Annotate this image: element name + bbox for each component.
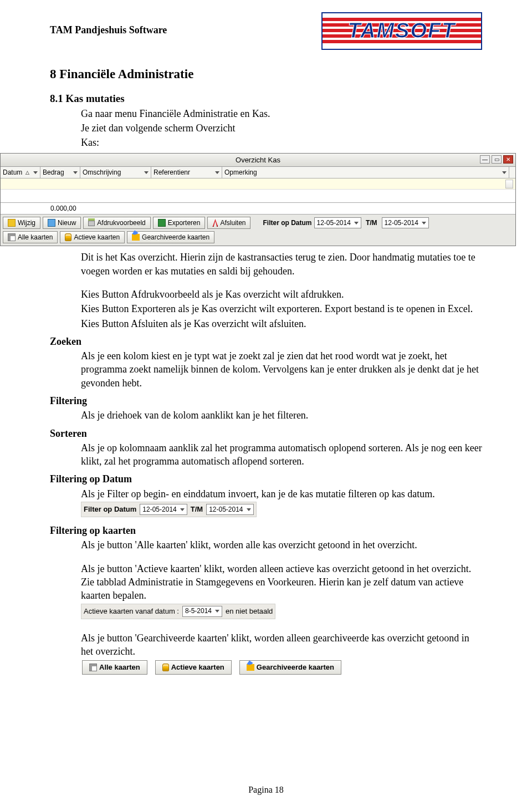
column-label: Opmerking <box>224 168 257 177</box>
chevron-down-icon <box>180 508 185 511</box>
new-icon <box>48 219 55 227</box>
nieuw-label: Nieuw <box>58 218 76 227</box>
after-window-paragraph: Dit is het Kas overzicht. Hierin zijn de… <box>81 251 482 278</box>
filtering-op-kaarten-heading: Filtering op kaarten <box>50 524 482 537</box>
wijzig-label: Wijzig <box>18 218 35 227</box>
column-label: Bedrag <box>43 168 64 177</box>
actieve-kaarten-label: Actieve kaarten <box>74 233 120 242</box>
toolbar-row-2: Alle kaarten Actieve kaarten Gearchiveer… <box>1 231 515 246</box>
filtering-heading: Filtering <box>50 394 482 407</box>
alle-kaarten-label: Alle kaarten <box>99 662 140 672</box>
afdruk-label: Afdrukvoorbeeld <box>97 218 145 227</box>
archive-icon <box>132 234 140 241</box>
print-icon <box>88 221 95 226</box>
minimize-button[interactable]: — <box>480 155 490 164</box>
chevron-down-icon <box>354 222 359 225</box>
chevron-down-icon <box>215 610 219 613</box>
focused-row[interactable] <box>1 178 515 190</box>
actieve-date-field[interactable]: 8-5-2014 <box>182 606 222 617</box>
column-header-bedrag[interactable]: Bedrag <box>40 167 80 178</box>
window-titlebar: Overzicht Kas — ▭ ✕ <box>1 154 515 167</box>
doc-header-title: TAM Pandjeshuis Software <box>50 12 167 37</box>
column-header-opmerking[interactable]: Opmerking <box>222 167 509 178</box>
gearchiveerde-kaarten-button[interactable]: Gearchiveerde kaarten <box>127 231 214 243</box>
sorteren-paragraph: Als je op kolomnaam aanklik zal het prog… <box>81 441 482 468</box>
overzicht-kas-window: Overzicht Kas — ▭ ✕ Datum△BedragOmschrij… <box>0 153 516 247</box>
sum-row: 0.000,00 <box>1 203 515 215</box>
fk-paragraph-1: Als je button 'Alle kaarten' klikt, word… <box>81 538 482 552</box>
filter-date-snippet: Filter op Datum 12-05-2014 T/M 12-05-201… <box>81 502 482 517</box>
zoeken-heading: Zoeken <box>50 335 482 348</box>
afdruk-paragraph: Kies Button Afdrukvoorbeeld als je Kas o… <box>81 288 482 301</box>
filter-op-datum-label: Filter op Datum <box>263 218 311 227</box>
column-headers: Datum△BedragOmschrijvingReferentienrOpme… <box>1 167 515 178</box>
alle-kaarten-button[interactable]: Alle kaarten <box>82 660 147 675</box>
filter-to-date[interactable]: 12-05-2014 <box>206 504 253 515</box>
section-heading: 8 Financiële Administratie <box>50 65 482 83</box>
column-label: Referentienr <box>154 168 190 177</box>
gearchiveerde-kaarten-button[interactable]: Gearchiveerde kaarten <box>239 660 341 675</box>
grid-icon <box>8 233 16 241</box>
column-label: Datum <box>3 168 22 177</box>
actieve-kaarten-button[interactable]: Actieve kaarten <box>155 660 232 675</box>
column-header-omschrijving[interactable]: Omschrijving <box>80 167 151 178</box>
actieve-date-value: 8-5-2014 <box>185 606 212 615</box>
close-icon <box>212 219 218 227</box>
filtering-paragraph: Als je driehoek van de kolom aanklikt ka… <box>81 409 482 422</box>
fk-paragraph-3: Als je button 'Gearchiveerde kaarten' kl… <box>81 631 482 659</box>
nieuw-button[interactable]: Nieuw <box>43 217 81 229</box>
filter-to-value: 12-05-2014 <box>385 218 418 227</box>
exporteren-button[interactable]: Exporteren <box>153 217 206 229</box>
filter-from-value: 12-05-2014 <box>317 218 351 227</box>
filter-from-date[interactable]: 12-05-2014 <box>140 504 187 515</box>
alle-kaarten-label: Alle kaarten <box>18 233 53 242</box>
filter-op-datum-label: Filter op Datum <box>84 504 136 514</box>
maximize-button[interactable]: ▭ <box>492 155 502 164</box>
archive-icon <box>247 664 254 671</box>
chevron-down-icon[interactable] <box>33 171 38 174</box>
actieve-kaarten-button[interactable]: Actieve kaarten <box>60 231 125 243</box>
window-title: Overzicht Kas <box>236 156 280 164</box>
filter-from-date[interactable]: 12-05-2014 <box>314 217 361 228</box>
filtering-op-datum-paragraph: Als je Filter op begin- en einddatum inv… <box>81 487 482 501</box>
afdrukvoorbeeld-button[interactable]: Afdrukvoorbeeld <box>83 217 150 229</box>
chevron-down-icon[interactable] <box>73 171 78 174</box>
filtering-op-datum-heading: Filtering op Datum <box>50 472 482 486</box>
column-header-referentienr[interactable]: Referentienr <box>151 167 222 178</box>
actieve-suffix: en niet betaald <box>226 606 273 616</box>
filter-from-value: 12-05-2014 <box>142 505 176 514</box>
actieve-kaarten-snippet: Actieve kaarten vanaf datum : 8-5-2014 e… <box>81 604 482 619</box>
toolbar-row-1: Wijzig Nieuw Afdrukvoorbeeld Exporteren … <box>1 215 515 231</box>
edit-icon <box>8 219 16 227</box>
column-label: Omschrijving <box>83 168 121 177</box>
intro-line-1: Ga naar menu Financiële Administratie en… <box>81 107 482 120</box>
kaarten-buttons-snippet: Alle kaarten Actieve kaarten Gearchiveer… <box>81 659 482 676</box>
brand-logo: TAMSOFT <box>321 12 482 50</box>
brand-logo-text: TAMSOFT <box>323 17 481 45</box>
filter-to-date[interactable]: 12-05-2014 <box>382 217 429 228</box>
chevron-down-icon[interactable] <box>215 171 219 174</box>
filter-to-value: 12-05-2014 <box>209 505 243 514</box>
actieve-prefix: Actieve kaarten vanaf datum : <box>84 606 179 616</box>
fk-paragraph-2: Als je button 'Actieve kaarten' klikt, w… <box>81 562 482 603</box>
alle-kaarten-button[interactable]: Alle kaarten <box>3 231 58 243</box>
gearchiveerde-kaarten-label: Gearchiveerde kaarten <box>142 233 209 242</box>
afsluiten-button[interactable]: Afsluiten <box>207 217 250 229</box>
tm-label: T/M <box>191 504 203 514</box>
chevron-down-icon[interactable] <box>502 171 507 174</box>
tm-label: T/M <box>366 218 377 227</box>
database-icon <box>162 664 169 671</box>
grid-body[interactable] <box>1 178 515 203</box>
gearchiveerde-kaarten-label: Gearchiveerde kaarten <box>257 662 334 672</box>
zoeken-paragraph: Als je een kolom kiest en je typt wat je… <box>81 349 482 390</box>
chevron-down-icon <box>247 508 251 511</box>
chevron-down-icon[interactable] <box>144 171 149 174</box>
afsluiten-label: Afsluiten <box>220 218 245 227</box>
afsluiten-paragraph: Kies Button Afsluiten als je Kas overzic… <box>81 317 482 330</box>
column-header-datum[interactable]: Datum△ <box>1 167 40 178</box>
close-button[interactable]: ✕ <box>503 155 513 164</box>
export-paragraph: Kies Button Exporteren als je Kas overzi… <box>81 302 482 315</box>
grid-icon <box>89 664 97 671</box>
intro-line-2: Je ziet dan volgende scherm Overzicht <box>81 121 482 135</box>
wijzig-button[interactable]: Wijzig <box>3 217 40 229</box>
